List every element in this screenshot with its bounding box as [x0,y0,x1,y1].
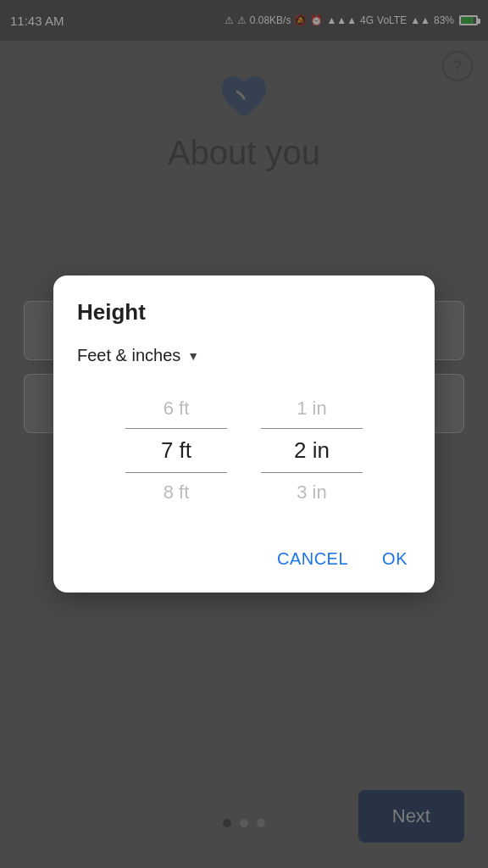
dialog-title: Height [77,299,411,326]
ok-button[interactable]: OK [379,542,411,576]
dropdown-arrow-icon: ▼ [187,349,199,363]
cancel-button[interactable]: Cancel [274,542,352,576]
ft-item-7[interactable]: 7 ft [125,428,227,473]
picker-container: 6 ft 7 ft 8 ft 1 in 2 in 3 in [77,389,411,512]
dialog-overlay: Height Feet & inches ▼ 6 ft 7 ft 8 ft 1 … [0,0,488,868]
ft-item-8[interactable]: 8 ft [125,473,227,512]
inches-column[interactable]: 1 in 2 in 3 in [261,389,363,512]
unit-selector[interactable]: Feet & inches ▼ [77,346,411,365]
height-dialog: Height Feet & inches ▼ 6 ft 7 ft 8 ft 1 … [53,275,435,593]
dialog-buttons: Cancel OK [77,536,411,576]
feet-column[interactable]: 6 ft 7 ft 8 ft [125,389,227,512]
in-item-2[interactable]: 2 in [261,428,363,473]
ft-item-6[interactable]: 6 ft [125,389,227,428]
in-item-3[interactable]: 3 in [261,473,363,512]
unit-label: Feet & inches [77,346,180,365]
in-item-1[interactable]: 1 in [261,389,363,428]
